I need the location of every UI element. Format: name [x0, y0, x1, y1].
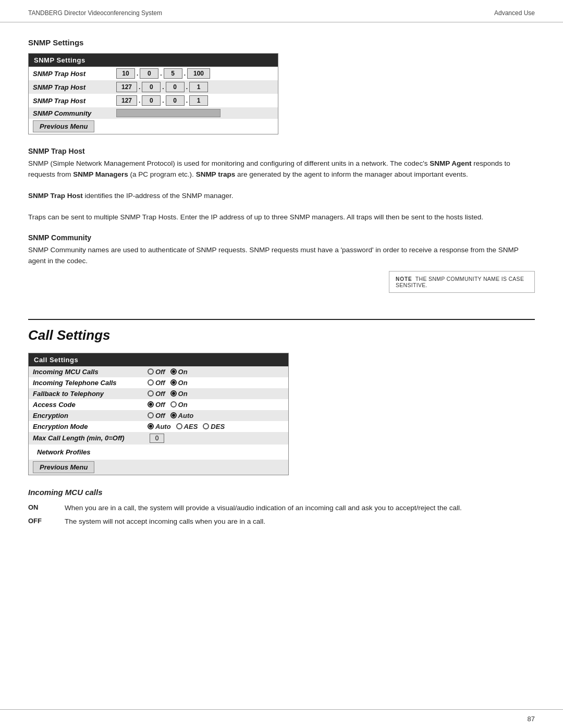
ip-field-1-4[interactable] [187, 68, 210, 79]
call-settings-main-heading: Call Settings [28, 319, 535, 343]
access-code-on-label: On [178, 401, 188, 409]
max-call-row: Max Call Length (min, 0=Off) [29, 432, 288, 445]
call-box-title: Call Settings [29, 353, 288, 366]
ip-dot: . [183, 70, 186, 77]
incoming-tel-on-label: On [178, 379, 188, 387]
access-code-off-radio[interactable] [148, 401, 154, 408]
fallback-off: Off [148, 390, 165, 398]
ip-dot: . [186, 83, 188, 91]
enc-mode-aes-label: AES [184, 423, 198, 430]
ip-dot: . [186, 97, 188, 104]
incoming-mcu-off-radio[interactable] [148, 368, 154, 375]
incoming-telephone-row: Incoming Telephone Calls Off On [29, 377, 288, 388]
incoming-on-row: On When you are in a call, the system wi… [28, 503, 535, 513]
snmp-community-label: SNMP Community [33, 109, 116, 117]
access-code-off-label: Off [155, 401, 165, 409]
incoming-off-term: Off [28, 516, 65, 525]
ip-field-1-3[interactable] [164, 68, 182, 79]
incoming-mcu-on-label: On [178, 368, 188, 376]
ip-field-2-3[interactable] [166, 82, 185, 92]
ip-field-1-1[interactable] [116, 68, 135, 79]
incoming-mcu-on-radio[interactable] [170, 368, 177, 375]
incoming-tel-off-label: Off [155, 379, 165, 387]
encryption-label: Encryption [33, 412, 148, 419]
encryption-mode-label: Encryption Mode [33, 423, 148, 430]
incoming-on-def: When you are in a call, the system will … [65, 503, 462, 513]
ip-field-2-4[interactable] [189, 82, 208, 92]
snmp-box-title: SNMP Settings [29, 54, 278, 67]
ip-field-3-2[interactable] [142, 95, 161, 106]
access-code-radios: Off On [148, 401, 188, 409]
incoming-telephone-radios: Off On [148, 379, 188, 387]
network-profiles-label[interactable]: Network Profiles [33, 446, 95, 458]
header-left: TANDBERG Director Videoconferencing Syst… [28, 9, 162, 17]
snmp-trap-row-1: SNMP Trap Host . . . [29, 67, 278, 80]
incoming-mcu-off-label: Off [155, 368, 165, 376]
snmp-trap-inputs-3: . . . [116, 95, 208, 106]
fallback-on-label: On [178, 390, 188, 398]
max-call-input[interactable] [150, 434, 164, 443]
snmp-trap-label-1: SNMP Trap Host [33, 70, 116, 78]
note-label: NOTE [396, 276, 412, 282]
ip-field-3-3[interactable] [166, 95, 185, 106]
ip-field-1-2[interactable] [140, 68, 158, 79]
snmp-trap-row-2: SNMP Trap Host . . . [29, 80, 278, 94]
incoming-mcu-on: On [170, 368, 188, 376]
incoming-mcu-heading: Incoming MCU calls [28, 488, 535, 497]
ip-dot: . [162, 83, 164, 91]
enc-mode-auto-radio[interactable] [148, 423, 154, 429]
access-code-on: On [170, 401, 188, 409]
encryption-auto: Auto [170, 412, 194, 419]
ip-field-3-1[interactable] [116, 95, 137, 106]
access-code-on-radio[interactable] [170, 401, 177, 408]
encryption-row: Encryption Off Auto [29, 410, 288, 421]
fallback-label: Fallback to Telephony [33, 390, 148, 398]
incoming-mcu-section: Incoming MCU calls On When you are in a … [28, 488, 535, 527]
page-number: 87 [528, 715, 535, 723]
snmp-prev-menu-button[interactable]: Previous Menu [33, 120, 94, 132]
snmp-trap-host-para2: SNMP Trap Host identifies the IP-address… [28, 191, 535, 202]
incoming-on-term: On [28, 503, 65, 511]
snmp-community-bar [116, 109, 221, 117]
call-prev-menu-row: Previous Menu [29, 460, 288, 475]
encryption-auto-radio[interactable] [170, 412, 177, 418]
ip-dot: . [160, 70, 162, 77]
main-content: SNMP Settings SNMP Settings SNMP Trap Ho… [0, 22, 563, 561]
encryption-mode-row: Encryption Mode Auto AES DES [29, 421, 288, 432]
snmp-trap-inputs-1: . . . [116, 68, 210, 79]
access-code-row: Access Code Off On [29, 399, 288, 410]
encryption-radios: Off Auto [148, 412, 193, 419]
snmp-trap-label-3: SNMP Trap Host [33, 97, 116, 105]
snmp-prev-menu-row: Previous Menu [29, 119, 278, 134]
encryption-off-radio[interactable] [148, 412, 154, 418]
ip-field-2-2[interactable] [142, 82, 161, 92]
enc-mode-aes-radio[interactable] [176, 423, 182, 429]
call-prev-menu-button[interactable]: Previous Menu [33, 461, 94, 473]
snmp-trap-desc-section: SNMP Trap Host SNMP (Simple Network Mana… [28, 147, 535, 180]
fallback-on-radio[interactable] [170, 390, 177, 397]
enc-mode-des-radio[interactable] [203, 423, 209, 429]
incoming-off-def: The system will not accept incoming call… [65, 516, 265, 527]
fallback-off-radio[interactable] [148, 390, 154, 397]
fallback-on: On [170, 390, 188, 398]
network-profiles-row: Network Profiles [29, 445, 288, 460]
incoming-mcu-label: Incoming MCU Calls [33, 368, 148, 376]
incoming-tel-off-radio[interactable] [148, 379, 154, 386]
incoming-telephone-label: Incoming Telephone Calls [33, 379, 148, 387]
encryption-off: Off [148, 412, 165, 419]
ip-field-2-1[interactable] [116, 82, 137, 92]
fallback-radios: Off On [148, 390, 188, 398]
snmp-trap-host-heading: SNMP Trap Host [28, 147, 535, 155]
snmp-trap-host-para1: SNMP (Simple Network Management Protocol… [28, 158, 535, 180]
fallback-row: Fallback to Telephony Off On [29, 388, 288, 399]
ip-dot: . [136, 70, 139, 77]
snmp-section-heading: SNMP Settings [28, 38, 535, 47]
encryption-auto-label: Auto [178, 412, 194, 419]
ip-field-3-4[interactable] [189, 95, 208, 106]
snmp-trap-row-3: SNMP Trap Host . . . [29, 94, 278, 107]
call-settings-box: Call Settings Incoming MCU Calls Off On [28, 353, 289, 475]
access-code-off: Off [148, 401, 165, 409]
snmp-community-para: SNMP Community names are used to authent… [28, 245, 535, 267]
incoming-tel-on-radio[interactable] [170, 379, 177, 386]
enc-mode-auto: Auto [148, 423, 171, 430]
